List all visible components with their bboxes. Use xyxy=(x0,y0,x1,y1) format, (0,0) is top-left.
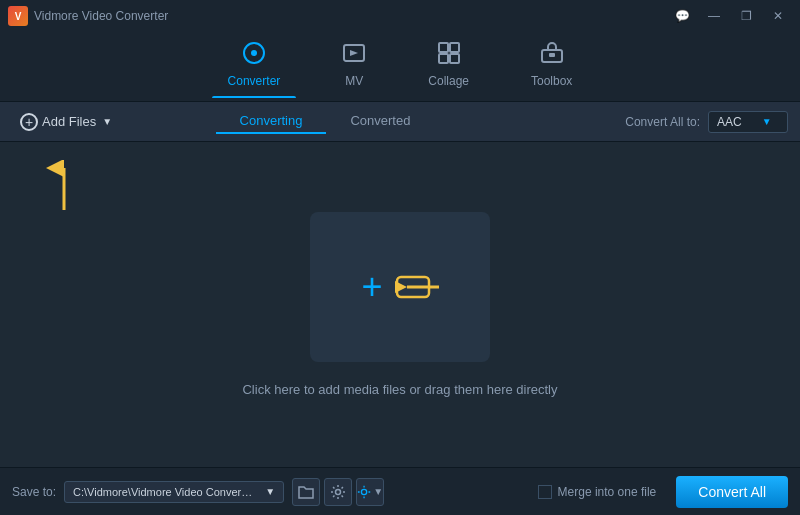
mv-icon xyxy=(342,41,366,70)
svg-point-1 xyxy=(251,50,257,56)
merge-checkbox-area: Merge into one file xyxy=(538,485,657,499)
collage-label: Collage xyxy=(428,74,469,88)
toolbox-label: Toolbox xyxy=(531,74,572,88)
save-path-arrow: ▼ xyxy=(265,486,275,497)
add-files-button[interactable]: + Add Files ▼ xyxy=(12,109,120,135)
sub-tab-converting[interactable]: Converting xyxy=(216,109,327,134)
title-bar: V Vidmore Video Converter 💬 — ❐ ✕ xyxy=(0,0,800,32)
drop-hint: Click here to add media files or drag th… xyxy=(242,382,557,397)
convert-all-button[interactable]: Convert All xyxy=(676,476,788,508)
svg-rect-6 xyxy=(450,54,459,63)
minimize-button[interactable]: — xyxy=(700,6,728,26)
merge-label: Merge into one file xyxy=(558,485,657,499)
converter-label: Converter xyxy=(228,74,281,88)
convert-all-to-area: Convert All to: AAC ▼ xyxy=(625,111,788,133)
format-select[interactable]: AAC ▼ xyxy=(708,111,788,133)
toolbox-icon xyxy=(540,41,564,70)
chat-button[interactable]: 💬 xyxy=(668,6,696,26)
title-bar-left: V Vidmore Video Converter xyxy=(8,6,168,26)
add-files-label: Add Files xyxy=(42,114,96,129)
mv-label: MV xyxy=(345,74,363,88)
sub-tab-converted[interactable]: Converted xyxy=(326,109,434,134)
close-button[interactable]: ✕ xyxy=(764,6,792,26)
bottom-icons: ▼ xyxy=(292,478,384,506)
svg-rect-5 xyxy=(439,54,448,63)
drop-zone-content: + xyxy=(361,266,438,308)
save-path-text: C:\Vidmore\Vidmore Video Converter\Conve… xyxy=(73,486,253,498)
svg-rect-3 xyxy=(439,43,448,52)
drop-zone-plus-icon: + xyxy=(361,266,382,308)
save-path-select[interactable]: C:\Vidmore\Vidmore Video Converter\Conve… xyxy=(64,481,284,503)
settings-icon-btn[interactable] xyxy=(324,478,352,506)
svg-point-15 xyxy=(361,489,366,494)
nav-tabs: Converter MV Collage xyxy=(0,32,800,102)
tab-converter[interactable]: Converter xyxy=(212,35,297,98)
up-arrow-annotation xyxy=(46,160,82,216)
sub-tab-group: Converting Converted xyxy=(216,109,435,134)
save-to-label: Save to: xyxy=(12,485,56,499)
selected-format: AAC xyxy=(717,115,742,129)
main-content: + Click here to add media files or dra xyxy=(0,142,800,467)
tab-collage[interactable]: Collage xyxy=(412,35,485,98)
dropdown-arrow-icon: ▼ xyxy=(102,116,112,127)
gear-icon-btn[interactable]: ▼ xyxy=(356,478,384,506)
app-title: Vidmore Video Converter xyxy=(34,9,168,23)
drop-zone[interactable]: + xyxy=(310,212,490,362)
folder-icon-btn[interactable] xyxy=(292,478,320,506)
restore-button[interactable]: ❐ xyxy=(732,6,760,26)
format-dropdown-arrow: ▼ xyxy=(762,116,772,127)
toolbar: + Add Files ▼ Converting Converted Conve… xyxy=(0,102,800,142)
left-arrow-annotation xyxy=(395,271,439,303)
converter-icon xyxy=(242,41,266,70)
svg-rect-8 xyxy=(549,53,555,57)
tab-toolbox[interactable]: Toolbox xyxy=(515,35,588,98)
app-icon: V xyxy=(8,6,28,26)
svg-point-14 xyxy=(336,489,341,494)
title-bar-controls: 💬 — ❐ ✕ xyxy=(668,6,792,26)
collage-icon xyxy=(437,41,461,70)
tab-mv[interactable]: MV xyxy=(326,35,382,98)
convert-all-to-label: Convert All to: xyxy=(625,115,700,129)
plus-circle-icon: + xyxy=(20,113,38,131)
merge-checkbox[interactable] xyxy=(538,485,552,499)
svg-rect-4 xyxy=(450,43,459,52)
bottom-bar: Save to: C:\Vidmore\Vidmore Video Conver… xyxy=(0,467,800,515)
